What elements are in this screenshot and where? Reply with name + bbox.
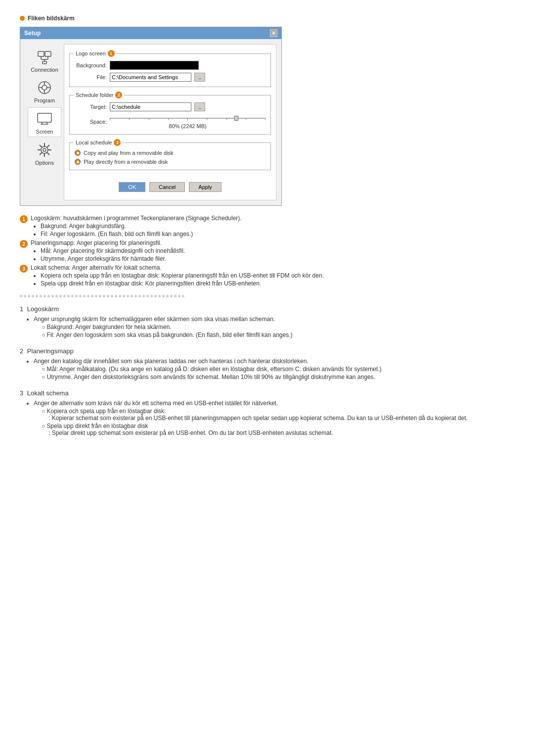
background-label: Background: — [75, 62, 107, 68]
file-browse-button[interactable]: .. — [194, 73, 205, 82]
setup-dialog: Setup × Connection — [20, 27, 282, 206]
radio-copy-play-label: Copy and play from a removable disk — [84, 150, 174, 156]
dot-sep-item — [150, 295, 153, 297]
main-section-title-1: 1 Logoskärm — [20, 305, 514, 313]
dot-sep-item — [115, 295, 117, 297]
logo-screen-group: Logo screen 1 Background: File: .. — [69, 53, 271, 87]
slider-tick — [187, 118, 188, 120]
note-item-3: 3 Lokalt schema: Anger alternativ för lo… — [20, 264, 514, 287]
dot-sep-item — [127, 295, 129, 297]
main-section-title-2: 2 Planeringsmapp — [20, 347, 514, 355]
radio-inner — [77, 152, 79, 154]
sidebar-item-options[interactable]: Options — [28, 139, 61, 168]
cancel-button[interactable]: Cancel — [149, 182, 185, 192]
slider-tick — [207, 118, 207, 120]
space-slider-thumb[interactable] — [234, 116, 238, 121]
dot-sep-item — [55, 295, 58, 297]
svg-point-8 — [42, 85, 47, 90]
svg-line-24 — [47, 152, 49, 155]
dot-sep-item — [154, 295, 157, 297]
dialog-title: Setup — [24, 30, 41, 37]
apply-button[interactable]: Apply — [189, 182, 222, 192]
note-content-1: Logoskärm: huvudskärmen i programmet Tec… — [31, 215, 242, 237]
schedule-folder-legend-text: Schedule folder — [76, 92, 113, 98]
svg-line-23 — [40, 145, 42, 147]
logo-screen-legend-text: Logo screen — [76, 50, 106, 56]
dot-sep-item — [63, 295, 66, 297]
background-input[interactable] — [110, 61, 199, 70]
note-bullets-3: Kopiera och spela upp från en löstagbar … — [41, 272, 324, 287]
radio-play-direct-label: Play directly from a removable disk — [84, 159, 168, 165]
radio-play-direct-dot — [75, 159, 81, 165]
note-text-1: Logoskärm: huvudskärmen i programmet Tec… — [31, 215, 242, 222]
sidebar: Connection Program — [25, 44, 64, 200]
target-browse-button[interactable]: .. — [194, 102, 205, 111]
dot-sep-item — [40, 295, 42, 297]
content-bullets-3: Anger de alternativ som krävs när du kör… — [34, 400, 514, 436]
screen-icon — [36, 110, 53, 128]
main-section-1: 1 Logoskärm Anger ursprunglig skärm för … — [20, 305, 514, 338]
svg-point-18 — [43, 148, 46, 151]
radio-copy-play[interactable]: Copy and play from a removable disk — [75, 150, 266, 156]
notes-section: 1 Logoskärm: huvudskärmen i programmet T… — [20, 215, 514, 287]
options-icon — [36, 141, 53, 159]
note-item-2: 2 Planeringsmapp: Anger placering för pl… — [20, 239, 514, 262]
slider-tick — [246, 118, 246, 120]
dot-sep-item — [170, 295, 173, 297]
slider-tick — [129, 118, 130, 120]
sub-item-2-0-0: Mål: Anger målkatalog. (Du ska ange en k… — [42, 366, 514, 373]
sidebar-connection-label: Connection — [31, 67, 58, 73]
local-schedule-legend-text: Local schedule — [76, 140, 112, 145]
ok-button[interactable]: OK — [119, 182, 145, 192]
dot-sep-item — [79, 295, 82, 297]
note-badge-3: 3 — [20, 265, 28, 273]
sidebar-screen-label: Screen — [36, 129, 53, 135]
sidebar-item-screen[interactable]: Screen — [28, 107, 61, 137]
dot-sep-item — [44, 295, 46, 297]
note-bullets-2: Mål: Anger placering för skärmdesignfil … — [41, 247, 185, 262]
program-icon — [36, 79, 53, 96]
dot-sep-item — [142, 295, 145, 297]
radio-copy-play-dot — [75, 150, 81, 156]
note-item-1: 1 Logoskärm: huvudskärmen i programmet T… — [20, 215, 514, 237]
space-slider-value: 80% (2242 MB) — [110, 123, 266, 129]
sub-item-2-0-1: Utrymme. Anger den diskstorleksgräns som… — [42, 374, 514, 380]
note-bullet-2-0: Mål: Anger placering för skärmdesignfil … — [41, 247, 185, 254]
dot-sep-item — [95, 295, 97, 297]
section-title-3: Lokalt schema — [27, 389, 69, 397]
radio-play-direct[interactable]: Play directly from a removable disk — [75, 159, 266, 165]
dot-sep-item — [75, 295, 78, 297]
dot-sep-item — [178, 295, 180, 297]
sidebar-item-program[interactable]: Program — [28, 77, 61, 105]
dot-sep-item — [131, 295, 133, 297]
section-header: Fliken bildskärm — [20, 15, 514, 22]
schedule-folder-group: Schedule folder 2 Target: .. Space: — [69, 95, 271, 135]
section-num-3: 3 — [20, 389, 23, 397]
dot-sep-item — [24, 295, 26, 297]
target-input[interactable] — [110, 102, 191, 111]
sidebar-item-connection[interactable]: Connection — [28, 46, 61, 75]
dot-sep-item — [182, 295, 184, 297]
dot-sep-item — [51, 295, 54, 297]
dialog-body: Connection Program — [20, 39, 281, 205]
dot-sep-item — [119, 295, 121, 297]
note-bullet-1-0: Bakgrund: Anger bakgrundsfärg. — [41, 223, 242, 230]
dialog-buttons: OK Cancel Apply — [69, 179, 271, 195]
note-badge-2: 2 — [20, 240, 28, 248]
section-header-label: Fliken bildskärm — [28, 15, 75, 22]
close-button[interactable]: × — [270, 29, 277, 37]
dot-sep-item — [99, 295, 101, 297]
slider-tick — [110, 118, 110, 120]
section-num-2: 2 — [20, 347, 23, 355]
space-slider-ticks — [110, 118, 266, 120]
note-text-3: Lokalt schema: Anger alternativ för loka… — [31, 264, 162, 271]
space-slider-container: 80% (2242 MB) — [110, 114, 266, 129]
main-section-3: 3 Lokalt schema Anger de alternativ som … — [20, 389, 514, 436]
dot-sep-item — [87, 295, 89, 297]
space-slider-line — [110, 118, 266, 119]
file-input[interactable] — [110, 73, 191, 82]
note-bullet-3-1: Spela upp direkt från en löstagbar disk:… — [41, 280, 324, 287]
local-schedule-group: Local schedule 3 Copy and play from a re… — [69, 142, 271, 170]
space-slider-track[interactable] — [110, 114, 266, 122]
sidebar-options-label: Options — [35, 160, 54, 166]
